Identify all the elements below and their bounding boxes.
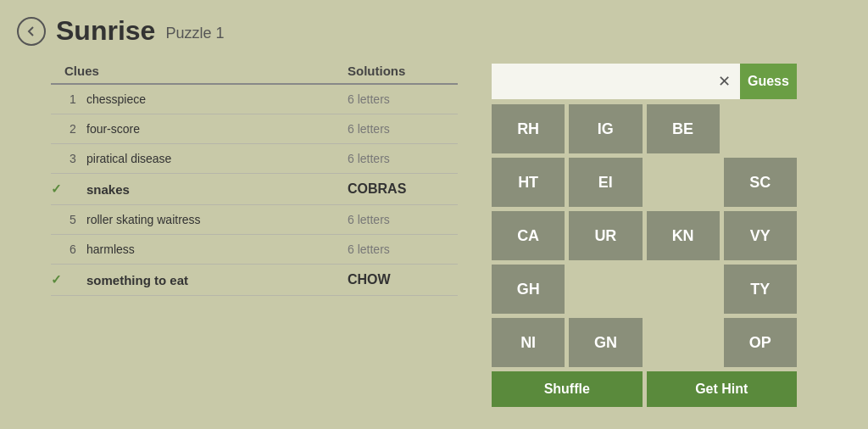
tile-empty [569,265,642,314]
clue-row: 1chesspiece6 letters [51,85,458,114]
clue-solution: 6 letters [348,92,458,106]
clue-solution: CHOW [348,272,458,287]
back-button[interactable] [17,17,46,46]
clue-row: ✓something to eatCHOW [51,265,458,296]
clue-text: roller skating waitress [86,213,348,226]
clues-panel: Clues Solutions 1chesspiece6 letters2fou… [51,64,458,407]
clue-number: 3 [70,152,86,165]
clue-number: 1 [70,92,86,106]
clue-text: four-score [86,122,348,136]
clue-text: piratical disease [86,152,348,165]
tile-gh[interactable]: GH [492,265,565,314]
puzzle-subtitle: Puzzle 1 [165,25,224,42]
clue-number: 6 [70,242,86,256]
tile-ei[interactable]: EI [569,158,642,207]
tile-ur[interactable]: UR [569,211,642,260]
tile-ig[interactable]: IG [569,104,642,153]
clues-header: Clues Solutions [51,64,458,85]
tile-vy[interactable]: VY [724,211,797,260]
tile-ty[interactable]: TY [724,265,797,314]
header: Sunrise Puzzle 1 [0,0,868,55]
clue-column-header: Clues [51,64,348,78]
tile-sc[interactable]: SC [724,158,797,207]
bottom-buttons: Shuffle Get Hint [492,371,797,407]
clue-text: harmless [86,242,348,256]
clue-row: ✓snakesCOBRAS [51,174,458,205]
clue-text: something to eat [86,273,348,287]
hint-button[interactable]: Get Hint [647,371,798,407]
letter-grid: RHIGBEHTEISCCAURKNVYGHTYNIGNOP [492,104,797,367]
tile-empty [647,318,720,367]
tile-empty [647,265,720,314]
clue-check: ✓ [51,181,68,197]
tile-gn[interactable]: GN [569,318,642,367]
clue-row: 2four-score6 letters [51,114,458,144]
shuffle-button[interactable]: Shuffle [492,371,643,407]
solution-column-header: Solutions [348,64,458,78]
tile-ni[interactable]: NI [492,318,565,367]
clue-solution: 6 letters [348,122,458,136]
clue-text: snakes [86,182,348,197]
input-row: ✕ Guess [492,64,797,99]
clue-solution: 6 letters [348,152,458,165]
clue-number: 5 [70,213,86,226]
clue-row: 3piratical disease6 letters [51,144,458,174]
clue-solution: COBRAS [348,181,458,197]
tile-kn[interactable]: KN [647,211,720,260]
tile-op[interactable]: OP [724,318,797,367]
clue-text: chesspiece [86,92,348,106]
clue-check: ✓ [51,272,68,287]
clue-solution: 6 letters [348,213,458,226]
main-content: Clues Solutions 1chesspiece6 letters2fou… [0,55,868,415]
tile-ca[interactable]: CA [492,211,565,260]
tile-empty [724,104,797,153]
page-title: Sunrise [56,15,155,47]
tile-empty [647,158,720,207]
clue-solution: 6 letters [348,242,458,256]
clue-row: 6harmless6 letters [51,235,458,265]
clue-number: 2 [70,122,86,136]
word-input[interactable] [492,64,709,99]
tile-be[interactable]: BE [647,104,720,153]
grid-panel: ✕ Guess RHIGBEHTEISCCAURKNVYGHTYNIGNOP S… [492,64,797,407]
clear-button[interactable]: ✕ [709,64,740,99]
guess-button[interactable]: Guess [740,64,797,99]
clue-list: 1chesspiece6 letters2four-score6 letters… [51,85,458,296]
tile-ht[interactable]: HT [492,158,565,207]
tile-rh[interactable]: RH [492,104,565,153]
clue-row: 5roller skating waitress6 letters [51,205,458,235]
